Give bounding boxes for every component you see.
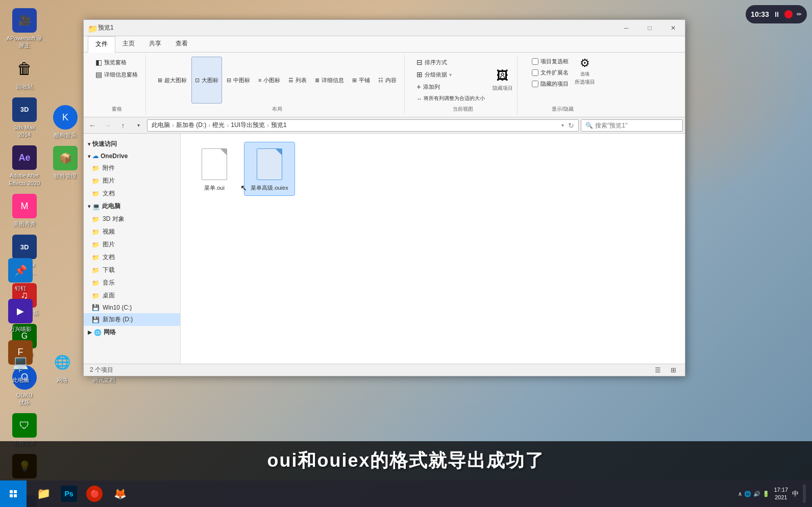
desktop-icon-ae[interactable]: Ae Adobe AfterEffects 2020: [4, 142, 45, 190]
maximize-button[interactable]: □: [638, 20, 661, 36]
medium-icons-btn[interactable]: ⊟ 中图标: [223, 57, 254, 104]
sidebar-quick-access[interactable]: ▾ 快速访问: [84, 138, 180, 150]
sidebar-network[interactable]: ▶ 🌐 网络: [84, 326, 180, 339]
sort-by-btn[interactable]: ⊟ 排序方式: [413, 57, 488, 68]
expand-tray-icon[interactable]: ∧: [738, 491, 742, 497]
back-btn[interactable]: ←: [86, 119, 99, 132]
sidebar-desktop-label: 桌面: [103, 291, 115, 300]
address-orange[interactable]: 橙光: [212, 121, 225, 130]
sidebar-3d-objects[interactable]: 📁 3D 对象: [84, 213, 180, 225]
sidebar-desktop[interactable]: 📁 桌面: [84, 289, 180, 302]
sidebar-new-drive[interactable]: 💾 新加卷 (D:): [84, 313, 180, 326]
volume-icon[interactable]: 🔊: [753, 491, 760, 497]
preview-pane-btn[interactable]: ◧ 预览窗格: [92, 57, 141, 68]
network-expand-icon: ▶: [88, 329, 92, 335]
edit-icon[interactable]: ✏: [797, 11, 802, 18]
network-tray-icon[interactable]: 🌐: [744, 491, 751, 497]
file-item-menu-oui[interactable]: 菜单.oui: [189, 142, 240, 196]
large-icons-btn[interactable]: ⊡ 大图标: [191, 57, 222, 104]
address-dropdown-icon[interactable]: ▾: [561, 122, 564, 128]
layout-group-label: 布局: [272, 104, 282, 113]
extensions-row[interactable]: 文件扩展名: [530, 68, 571, 78]
up-btn[interactable]: ↑: [116, 119, 130, 132]
folder-icon: 📁: [92, 254, 100, 261]
forward-btn[interactable]: →: [101, 119, 114, 132]
taskbar-clock[interactable]: 17:17 2021: [774, 486, 788, 502]
current-view-group-label: 当前视图: [453, 104, 473, 113]
desktop-icon-recycle[interactable]: 🗑 回收站: [4, 54, 45, 93]
add-col-btn[interactable]: + 添加列: [413, 81, 488, 92]
group-by-btn[interactable]: ⊞ 分组依据 ▾: [413, 69, 488, 80]
desktop-icon-mypc[interactable]: 💻 此电脑: [0, 347, 41, 387]
tab-share[interactable]: 共享: [142, 36, 168, 52]
details-pane-btn[interactable]: ▤ 详细信息窗格: [92, 69, 141, 80]
language-indicator[interactable]: 中: [792, 489, 799, 498]
hidden-items-checkbox[interactable]: [532, 81, 538, 87]
sidebar-documents2-label: 文档: [103, 253, 115, 262]
taskbar-app-explorer[interactable]: 📁: [31, 480, 56, 507]
large-view-toggle[interactable]: ⊞: [668, 365, 679, 376]
extra-large-icons-btn[interactable]: ⊞ 超大图标: [154, 57, 190, 104]
close-button[interactable]: ✕: [661, 20, 685, 36]
tab-file[interactable]: 文件: [88, 36, 115, 53]
search-input[interactable]: [595, 122, 678, 129]
details-btn[interactable]: ≣ 详细信息: [311, 57, 348, 104]
address-new-drive[interactable]: 新加卷 (D:): [176, 121, 206, 130]
sidebar-pictures1-label: 图片: [103, 176, 115, 185]
item-cb-row[interactable]: 项目复选框: [530, 57, 571, 66]
list-btn[interactable]: ☰ 列表: [285, 57, 310, 104]
taskbar-app-360[interactable]: 🔴: [82, 480, 107, 507]
taskbar-app-browser[interactable]: 🦊: [107, 480, 133, 507]
address-1ui[interactable]: 1UI导出预览: [231, 121, 265, 130]
taskbar-app-ps[interactable]: Ps: [56, 480, 82, 507]
options-btn[interactable]: ⚙: [580, 57, 590, 70]
content-btn[interactable]: ☷ 内容: [375, 57, 400, 104]
sidebar-documents2[interactable]: 📁 文档: [84, 251, 180, 264]
desktop-icon-kugou[interactable]: K 酷狗音乐: [45, 102, 86, 142]
sidebar-attachments[interactable]: 📁 附件: [84, 162, 180, 174]
desktop-icon-meitu[interactable]: M 美图秀秀: [4, 191, 45, 231]
sidebar-documents1[interactable]: 📁 文档: [84, 187, 180, 200]
tab-view[interactable]: 查看: [168, 36, 195, 52]
desktop-icon-software-mgr[interactable]: 📦 软件管理: [45, 143, 86, 183]
desktop-icon-dingding[interactable]: 📌 钉钉: [0, 255, 41, 295]
search-box[interactable]: 🔍: [581, 119, 683, 132]
details-view-toggle[interactable]: ☰: [652, 365, 663, 376]
desktop-icon-apowersoft[interactable]: 🎥 APowersoft 录屏王: [4, 5, 45, 53]
desktop-icon-3dsmax2014[interactable]: 3D 3ds Max2014: [4, 94, 45, 142]
start-button[interactable]: [0, 480, 27, 507]
tiles-btn[interactable]: ⊞ 平铺: [349, 57, 374, 104]
address-bar[interactable]: 此电脑 › 新加卷 (D:) › 橙光 › 1UI导出预览 › 预览1 ▾ ↻: [147, 119, 579, 132]
stop-button[interactable]: [784, 10, 793, 18]
hidden-items-row[interactable]: 隐藏的项目: [530, 79, 571, 89]
sidebar-onedrive[interactable]: ▾ ☁ OneDrive: [84, 150, 180, 162]
view-options-btn[interactable]: 🖼: [497, 68, 509, 83]
address-refresh-icon[interactable]: ↻: [568, 121, 574, 130]
pause-icon[interactable]: ⏸: [773, 10, 780, 18]
sidebar-this-pc[interactable]: ▾ 💻 此电脑: [84, 200, 180, 213]
size-columns-btn[interactable]: ↔ 将所有列调整为合适的大小: [413, 93, 488, 104]
sidebar-pictures2-label: 图片: [103, 240, 115, 249]
sidebar-downloads[interactable]: 📁 下载: [84, 264, 180, 276]
file-area[interactable]: 菜单.oui ↖ 菜单高级.ouiex: [181, 134, 685, 364]
sidebar-win10[interactable]: 💾 Win10 (C:): [84, 302, 180, 313]
address-preview1[interactable]: 预览1: [271, 121, 287, 130]
sidebar-pictures2[interactable]: 📁 图片: [84, 238, 180, 251]
file-item-menu-ouiex[interactable]: ↖ 菜单高级.ouiex: [244, 142, 295, 196]
file-icon-menu-ouiex: [254, 146, 285, 182]
desktop-icon-network[interactable]: 🌐 网络: [42, 347, 83, 387]
sidebar-videos[interactable]: 📁 视频: [84, 225, 180, 238]
small-icons-btn[interactable]: ≡ 小图标: [255, 57, 284, 104]
sidebar-pictures1[interactable]: 📁 图片: [84, 174, 180, 187]
tab-home[interactable]: 主页: [115, 36, 142, 52]
battery-icon[interactable]: 🔋: [762, 491, 770, 497]
extensions-checkbox[interactable]: [532, 69, 538, 76]
minimize-button[interactable]: ─: [614, 20, 638, 36]
desktop-icon-miao[interactable]: ▶ 万兴喵影: [0, 296, 41, 336]
nav-dropdown-btn[interactable]: ▾: [132, 119, 145, 132]
notification-area[interactable]: [803, 485, 806, 503]
desktop-icon-label: APowersoft 录屏王: [6, 35, 43, 49]
address-this-pc[interactable]: 此电脑: [152, 121, 170, 130]
item-checkbox[interactable]: [532, 58, 538, 65]
sidebar-music[interactable]: 📁 音乐: [84, 276, 180, 289]
